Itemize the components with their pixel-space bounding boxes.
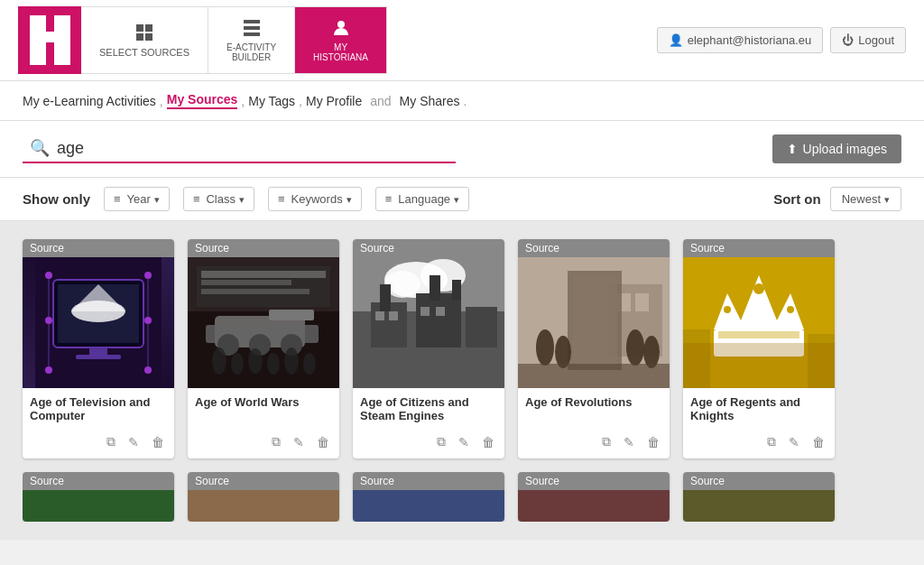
- nav-my-sources[interactable]: My Sources: [167, 92, 238, 109]
- card-b5-img: [683, 490, 835, 522]
- svg-rect-53: [466, 307, 497, 347]
- card-b2-label: Source: [188, 472, 339, 490]
- show-only-label: Show only: [23, 191, 90, 207]
- card-5-actions: ⧉ ✎ 🗑: [683, 429, 835, 458]
- cards-grid-bottom: Source Source Source Source Source: [23, 472, 901, 522]
- card-5-image: [683, 257, 835, 388]
- card-4-delete[interactable]: 🗑: [644, 432, 662, 451]
- card-b3-label: Source: [353, 472, 504, 490]
- filter-bar: Show only Year Class Keywords Language S…: [0, 178, 924, 221]
- svg-rect-3: [136, 24, 143, 32]
- card-3-image: [353, 257, 504, 388]
- card-1-title: Age of Television and Computer: [23, 388, 174, 429]
- header: SELECT SOURCES E-ACTIVITYBUILDER MYHISTO…: [0, 0, 924, 81]
- svg-point-19: [45, 366, 52, 374]
- svg-point-17: [45, 272, 52, 279]
- card-1: Source: [23, 239, 174, 458]
- card-5: Source: [683, 239, 835, 458]
- search-input[interactable]: [57, 139, 448, 158]
- card-5-delete[interactable]: 🗑: [809, 432, 827, 451]
- language-label: Language: [398, 192, 450, 206]
- keywords-chevron: [346, 192, 352, 206]
- filter-year[interactable]: Year: [104, 187, 170, 211]
- card-4-copy[interactable]: ⧉: [599, 432, 614, 451]
- nav-my-tags[interactable]: My Tags: [248, 94, 295, 108]
- svg-rect-55: [430, 275, 440, 301]
- svg-rect-72: [518, 364, 670, 388]
- logout-button[interactable]: ⏻ Logout: [830, 27, 906, 53]
- svg-rect-38: [201, 289, 310, 294]
- card-5-copy[interactable]: ⧉: [764, 432, 779, 451]
- card-3: Source: [353, 239, 504, 458]
- card-1-edit[interactable]: ✎: [125, 432, 142, 451]
- card-3-delete[interactable]: 🗑: [479, 432, 497, 451]
- nav-my-elearning[interactable]: My e-Learning Activities: [23, 94, 156, 108]
- svg-point-68: [536, 329, 554, 366]
- year-chevron: [154, 192, 160, 206]
- filter-language[interactable]: Language: [375, 187, 469, 211]
- upload-images-button[interactable]: ⬆ Upload images: [772, 134, 901, 163]
- card-2-delete[interactable]: 🗑: [314, 432, 332, 451]
- svg-point-78: [787, 306, 794, 313]
- svg-point-76: [753, 283, 764, 294]
- keywords-label: Keywords: [291, 192, 343, 206]
- svg-rect-6: [145, 33, 152, 41]
- svg-rect-82: [683, 343, 835, 388]
- nav-my-profile[interactable]: My Profile: [306, 94, 362, 108]
- svg-rect-7: [244, 20, 260, 23]
- card-4-edit[interactable]: ✎: [621, 432, 637, 451]
- svg-rect-58: [389, 311, 398, 320]
- user-icon: 👤: [669, 33, 683, 47]
- svg-rect-36: [201, 271, 326, 278]
- grid-area: Source: [0, 221, 924, 540]
- card-1-copy[interactable]: ⧉: [104, 432, 118, 451]
- card-1-delete[interactable]: 🗑: [149, 432, 167, 451]
- svg-point-44: [303, 353, 316, 375]
- card-2-actions: ⧉ ✎ 🗑: [188, 429, 339, 458]
- upload-icon: ⬆: [787, 142, 798, 156]
- card-b2-img: [188, 490, 339, 522]
- nav-my-historiana[interactable]: MYHISTORIANA: [295, 6, 387, 74]
- card-3-edit[interactable]: ✎: [456, 432, 472, 451]
- card-3-title: Age of Citizens and Steam Engines: [353, 388, 504, 429]
- nav-eactivity-builder[interactable]: E-ACTIVITYBUILDER: [208, 6, 295, 74]
- card-5-label: Source: [683, 239, 835, 257]
- svg-rect-16: [76, 355, 121, 359]
- card-b2: Source: [188, 472, 339, 522]
- card-2-title: Age of World Wars: [188, 388, 339, 429]
- card-1-image: [23, 257, 174, 388]
- card-b1-img: [23, 490, 174, 522]
- svg-point-43: [284, 347, 299, 375]
- user-email-label: elephant@historiana.eu: [688, 33, 812, 47]
- user-email-button[interactable]: 👤 elephant@historiana.eu: [657, 27, 824, 53]
- filter-right: Sort on Newest: [773, 187, 901, 211]
- card-3-copy[interactable]: ⧉: [434, 432, 448, 451]
- card-2-edit[interactable]: ✎: [291, 432, 307, 451]
- card-b1: Source: [23, 472, 174, 522]
- card-5-title: Age of Regents and Knights: [683, 388, 835, 429]
- svg-point-71: [643, 336, 660, 368]
- card-b4-img: [518, 490, 670, 522]
- svg-point-22: [144, 317, 152, 324]
- card-4-image: [518, 257, 670, 388]
- filter-keywords[interactable]: Keywords: [268, 187, 362, 211]
- sort-value: Newest: [842, 192, 881, 206]
- svg-point-21: [45, 317, 52, 324]
- card-2-copy[interactable]: ⧉: [269, 432, 283, 451]
- and-text: and: [370, 94, 391, 108]
- logout-icon: ⏻: [842, 33, 854, 47]
- nav-my-shares[interactable]: My Shares: [400, 94, 460, 108]
- card-5-edit[interactable]: ✎: [786, 432, 802, 451]
- svg-rect-57: [375, 311, 384, 320]
- sort-label: Sort on: [773, 191, 821, 207]
- svg-rect-8: [244, 26, 260, 30]
- cards-grid: Source: [23, 239, 901, 458]
- card-2: Source: [188, 239, 339, 458]
- card-1-label: Source: [23, 239, 174, 257]
- card-b4: Source: [518, 472, 670, 522]
- card-1-actions: ⧉ ✎ 🗑: [23, 429, 174, 458]
- svg-rect-65: [635, 293, 649, 311]
- sort-select[interactable]: Newest: [830, 187, 901, 211]
- filter-class[interactable]: Class: [183, 187, 254, 211]
- nav-select-sources[interactable]: SELECT SOURCES: [81, 6, 208, 74]
